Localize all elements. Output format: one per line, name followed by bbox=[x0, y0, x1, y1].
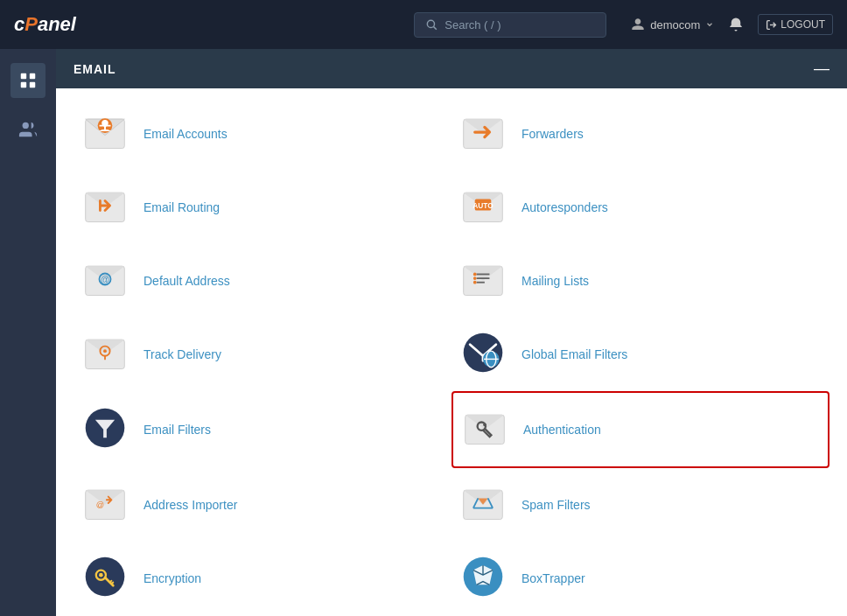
email-routing-label: Email Routing bbox=[144, 200, 220, 214]
default-address-label: Default Address bbox=[144, 274, 230, 288]
user-menu[interactable]: democom bbox=[631, 18, 714, 32]
grid-item-email-filters[interactable]: Email Filters bbox=[74, 391, 452, 468]
email-routing-icon bbox=[82, 183, 131, 232]
logout-label: LOGOUT bbox=[780, 18, 825, 31]
address-importer-label: Address Importer bbox=[144, 498, 237, 512]
svg-point-38 bbox=[464, 333, 503, 373]
encryption-label: Encryption bbox=[144, 571, 201, 585]
svg-text:AUTO: AUTO bbox=[472, 201, 494, 210]
logout-icon bbox=[766, 19, 777, 31]
grid-item-global-email-filters[interactable]: Global Email Filters bbox=[452, 318, 830, 391]
svg-rect-3 bbox=[21, 74, 26, 79]
bell-icon[interactable] bbox=[728, 17, 744, 32]
grid-item-authentication[interactable]: Authentication bbox=[452, 391, 830, 468]
encryption-icon bbox=[82, 554, 131, 603]
svg-rect-6 bbox=[30, 82, 35, 88]
grid-item-boxtrapper[interactable]: BoxTrapper bbox=[452, 542, 830, 615]
email-filters-icon bbox=[82, 405, 131, 454]
grid-item-email-routing[interactable]: Email Routing bbox=[74, 171, 452, 244]
svg-line-1 bbox=[434, 27, 437, 30]
sidebar-item-users[interactable] bbox=[10, 112, 46, 147]
users-icon bbox=[18, 120, 38, 139]
authentication-icon bbox=[462, 405, 511, 454]
svg-rect-5 bbox=[21, 82, 26, 88]
spam-filters-label: Spam Filters bbox=[522, 498, 591, 512]
logout-button[interactable]: LOGOUT bbox=[758, 14, 833, 35]
svg-point-37 bbox=[103, 349, 107, 353]
main-content: EMAIL — ▼ Email Accounts Forwarders bbox=[56, 49, 847, 616]
grid-item-forwarders[interactable]: Forwarders bbox=[452, 97, 830, 171]
global-email-filters-icon bbox=[460, 330, 509, 379]
svg-text:@: @ bbox=[96, 500, 104, 509]
spam-filters-icon bbox=[460, 480, 509, 529]
address-importer-icon: @ bbox=[82, 480, 131, 529]
main-layout: EMAIL — ▼ Email Accounts Forwarders bbox=[0, 49, 847, 616]
search-placeholder: Search ( / ) bbox=[444, 18, 500, 32]
authentication-label: Authentication bbox=[523, 423, 601, 437]
track-delivery-label: Track Delivery bbox=[144, 347, 221, 361]
cpanel-logo: cPanel bbox=[14, 13, 76, 36]
section-minimize-button[interactable]: — bbox=[814, 60, 830, 78]
svg-point-33 bbox=[473, 281, 477, 284]
global-email-filters-label: Global Email Filters bbox=[522, 347, 627, 361]
mailing-lists-label: Mailing Lists bbox=[522, 274, 589, 288]
svg-point-0 bbox=[428, 20, 435, 27]
grid-item-autoresponders[interactable]: AUTO Autoresponders bbox=[452, 171, 830, 244]
svg-text:@: @ bbox=[101, 275, 109, 284]
svg-point-54 bbox=[99, 573, 103, 578]
boxtrapper-icon bbox=[460, 554, 509, 603]
email-filters-label: Email Filters bbox=[144, 423, 211, 437]
autoresponders-icon: AUTO bbox=[460, 183, 509, 232]
sidebar bbox=[0, 49, 56, 616]
svg-rect-4 bbox=[30, 74, 35, 79]
default-address-icon: @ bbox=[82, 256, 131, 305]
search-bar[interactable]: Search ( / ) bbox=[414, 12, 606, 38]
email-accounts-label: Email Accounts bbox=[144, 127, 228, 141]
grid-icon bbox=[18, 71, 38, 90]
grid-item-track-delivery[interactable]: Track Delivery bbox=[74, 318, 452, 391]
svg-point-32 bbox=[473, 276, 477, 280]
section-header: EMAIL — bbox=[56, 49, 847, 88]
topnav-right: democom LOGOUT bbox=[631, 14, 833, 35]
username: democom bbox=[650, 18, 700, 32]
sidebar-item-home[interactable] bbox=[10, 63, 46, 98]
grid-item-address-importer[interactable]: @ Address Importer bbox=[74, 468, 452, 542]
autoresponders-label: Autoresponders bbox=[522, 200, 608, 214]
grid-item-spam-filters[interactable]: Spam Filters bbox=[452, 468, 830, 542]
forwarders-icon bbox=[460, 109, 509, 158]
svg-point-31 bbox=[473, 273, 477, 276]
svg-point-7 bbox=[23, 122, 29, 129]
svg-point-13 bbox=[102, 120, 108, 126]
email-items-grid: ▼ Email Accounts Forwarders Email Routin… bbox=[56, 88, 847, 616]
grid-item-mailing-lists[interactable]: Mailing Lists bbox=[452, 244, 830, 318]
svg-point-46 bbox=[483, 423, 486, 426]
mailing-lists-icon bbox=[460, 256, 509, 305]
track-delivery-icon bbox=[82, 330, 131, 379]
grid-item-encryption[interactable]: Encryption bbox=[74, 542, 452, 615]
boxtrapper-label: BoxTrapper bbox=[522, 571, 585, 585]
grid-item-default-address[interactable]: @ Default Address bbox=[74, 244, 452, 318]
user-icon bbox=[631, 18, 645, 32]
email-accounts-icon: ▼ bbox=[82, 109, 131, 158]
section-title: EMAIL bbox=[74, 62, 116, 76]
forwarders-label: Forwarders bbox=[522, 127, 584, 141]
search-icon bbox=[425, 18, 438, 31]
chevron-down-icon bbox=[705, 20, 714, 29]
grid-item-email-accounts[interactable]: ▼ Email Accounts bbox=[74, 97, 452, 171]
top-navigation: cPanel Search ( / ) democom LOGOUT bbox=[0, 0, 847, 49]
